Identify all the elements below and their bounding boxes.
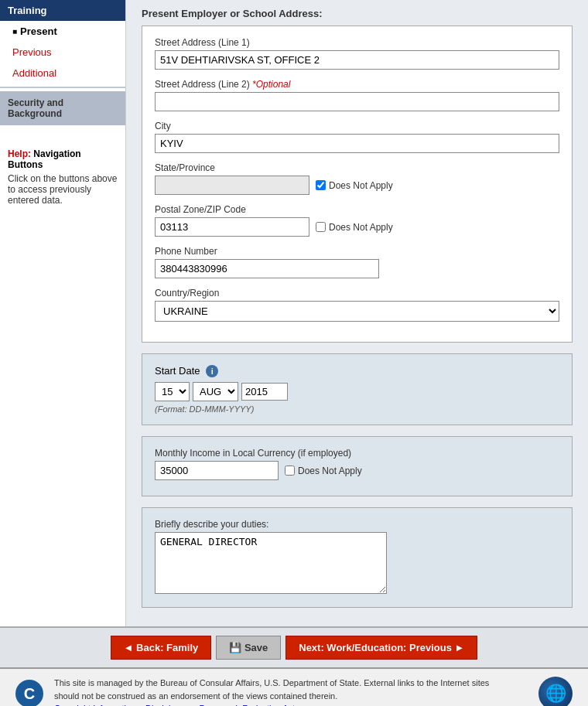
country-select[interactable]: UKRAINE UNITED STATES RUSSIA OTHER xyxy=(155,301,559,322)
income-dna-checkbox[interactable] xyxy=(285,466,295,476)
city-label: City xyxy=(155,121,559,131)
date-format-hint: (Format: DD-MMM-YYYY) xyxy=(155,404,559,414)
state-dna-label: Does Not Apply xyxy=(316,180,393,191)
content-inner: Present Employer or School Address: Stre… xyxy=(126,0,588,626)
postal-dna-text: Does Not Apply xyxy=(329,222,393,233)
postal-label: Postal Zone/ZIP Code xyxy=(155,204,559,215)
postal-group: Postal Zone/ZIP Code Does Not Apply xyxy=(155,204,559,237)
start-date-panel: Start Date i 15 010203 AUG JANFEB xyxy=(142,353,573,425)
street2-input[interactable] xyxy=(155,92,559,111)
street2-label-text: Street Address (Line 2) xyxy=(155,79,250,90)
address-panel: Street Address (Line 1) Street Address (… xyxy=(142,26,573,343)
phone-label: Phone Number xyxy=(155,246,559,257)
sidebar-additional-label: Additional xyxy=(12,67,56,79)
page-heading: Present Employer or School Address: xyxy=(142,8,573,19)
duties-textarea[interactable]: GENERAL DIRECTOR xyxy=(155,532,387,594)
postal-input[interactable] xyxy=(155,217,309,237)
sidebar-item-previous[interactable]: Previous xyxy=(0,42,125,63)
bottom-nav: ◄ Back: Family 💾 Save Next: Work/Educati… xyxy=(0,626,588,667)
street1-input[interactable] xyxy=(155,50,559,70)
income-dna-label: Does Not Apply xyxy=(285,466,362,476)
street1-label: Street Address (Line 1) xyxy=(155,37,559,48)
sidebar-help: Help: Navigation Buttons Click on the bu… xyxy=(0,141,125,213)
state-dna-text: Does Not Apply xyxy=(329,180,393,191)
content: Present Employer or School Address: Stre… xyxy=(126,0,588,626)
next-button[interactable]: Next: Work/Education: Previous ► xyxy=(285,636,477,660)
year-input[interactable] xyxy=(241,383,288,401)
sidebar-present-label: Present xyxy=(20,26,57,37)
income-panel: Monthly Income in Local Currency (if emp… xyxy=(142,436,573,496)
start-date-label-row: Start Date i xyxy=(155,365,559,377)
state-input[interactable] xyxy=(155,176,309,195)
help-text: Click on the buttons above to access pre… xyxy=(8,173,118,206)
back-button[interactable]: ◄ Back: Family xyxy=(111,636,212,660)
postal-dna-checkbox[interactable] xyxy=(316,222,326,232)
day-select[interactable]: 15 010203 xyxy=(155,382,190,401)
street1-group: Street Address (Line 1) xyxy=(155,37,559,70)
start-date-label: Start Date xyxy=(155,365,200,377)
main-area: Training ■ Present Previous Additional S… xyxy=(0,0,588,626)
phone-input[interactable] xyxy=(155,259,379,278)
month-select[interactable]: AUG JANFEB xyxy=(193,382,238,401)
footer-text-block: This site is managed by the Bureau of Co… xyxy=(54,677,498,706)
income-dna-text: Does Not Apply xyxy=(298,466,362,476)
footer-brand: 🌐 VISA GLOBAL Визовый эксперт xyxy=(509,677,573,706)
street2-optional: *Optional xyxy=(252,79,290,90)
page-wrapper: Training ■ Present Previous Additional S… xyxy=(0,0,588,706)
save-button[interactable]: 💾 Save xyxy=(216,636,281,660)
help-label: Help: xyxy=(8,148,31,159)
income-row: Does Not Apply xyxy=(155,461,559,480)
sidebar-previous-label: Previous xyxy=(12,46,52,58)
street2-label: Street Address (Line 2) *Optional xyxy=(155,79,559,90)
postal-dna-label: Does Not Apply xyxy=(316,222,393,233)
bullet-icon: ■ xyxy=(12,27,17,36)
country-label: Country/Region xyxy=(155,288,559,298)
sidebar-title: Training xyxy=(0,0,125,21)
sidebar: Training ■ Present Previous Additional S… xyxy=(0,0,126,626)
state-dna-checkbox[interactable] xyxy=(316,180,326,190)
help-title: Help: Navigation Buttons xyxy=(8,148,118,170)
footer-logo: C xyxy=(15,680,43,706)
footer: C This site is managed by the Bureau of … xyxy=(0,667,588,706)
sidebar-item-additional[interactable]: Additional xyxy=(0,63,125,84)
sidebar-item-present[interactable]: ■ Present xyxy=(0,21,125,42)
sidebar-divider xyxy=(0,87,125,88)
duties-panel: Briefly describe your duties: GENERAL DI… xyxy=(142,507,573,608)
postal-row: Does Not Apply xyxy=(155,217,559,237)
city-group: City xyxy=(155,121,559,153)
footer-main-text: This site is managed by the Bureau of Co… xyxy=(54,678,489,701)
city-input[interactable] xyxy=(155,134,559,153)
duties-label: Briefly describe your duties: xyxy=(155,519,559,530)
date-selects: 15 010203 AUG JANFEB xyxy=(155,382,559,401)
street2-group: Street Address (Line 2) *Optional xyxy=(155,79,559,111)
state-label: State/Province xyxy=(155,162,559,173)
phone-group: Phone Number xyxy=(155,246,559,278)
state-group: State/Province Does Not Apply xyxy=(155,162,559,195)
info-icon[interactable]: i xyxy=(206,365,218,377)
sidebar-security: Security and Background xyxy=(0,91,125,125)
income-input[interactable] xyxy=(155,461,279,480)
globe-icon: 🌐 xyxy=(538,677,573,706)
income-label: Monthly Income in Local Currency (if emp… xyxy=(155,448,559,459)
country-group: Country/Region UKRAINE UNITED STATES RUS… xyxy=(155,288,559,322)
state-row: Does Not Apply xyxy=(155,176,559,195)
